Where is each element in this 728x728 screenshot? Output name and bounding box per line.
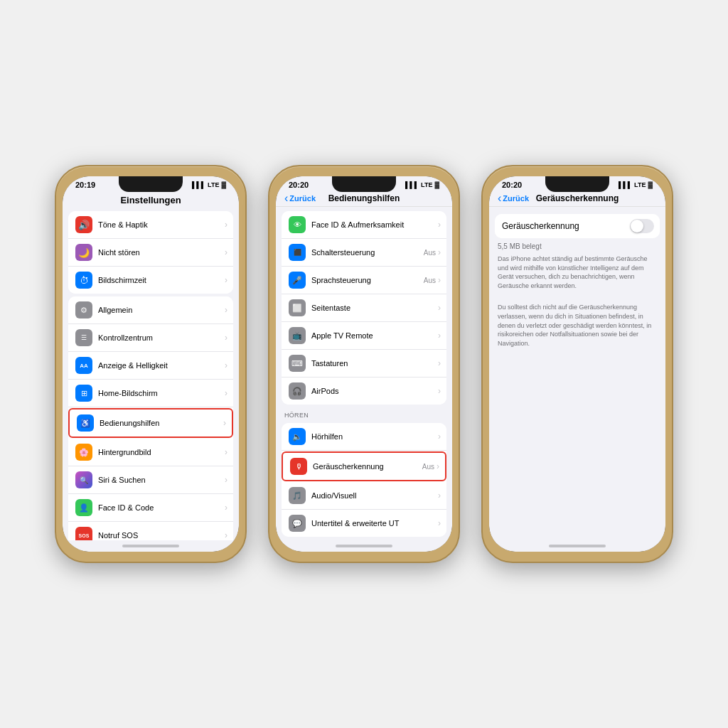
row-kontrollzentrum[interactable]: ☰ Kontrollzentrum › <box>68 324 233 352</box>
row-geraeusch-toggle[interactable]: Geräuscherkennung <box>495 214 660 238</box>
signal-icon-1: ▌▌▌ <box>192 181 205 188</box>
icon-audio: 🎵 <box>289 487 306 504</box>
back-button-2[interactable]: Zurück <box>284 192 316 205</box>
icon-faceid-attn: 👁 <box>289 216 306 233</box>
row-hoerhilfen[interactable]: 🔈 Hörhilfen › <box>282 423 446 451</box>
row-tones[interactable]: 🔊 Töne & Haptik › <box>68 211 233 239</box>
chevron-icon: › <box>223 418 226 428</box>
back-button-3[interactable]: Zurück <box>498 192 529 205</box>
screen-title-1: Einstellungen <box>63 191 239 208</box>
row-airpods[interactable]: 🎧 AirPods › <box>282 378 446 405</box>
chevron-icon: › <box>225 447 228 457</box>
settings-list-2: 👁 Face ID & Aufmerksamkeit › ⬛ Schalters… <box>276 207 452 540</box>
home-indicator-3 <box>549 545 606 547</box>
row-notruf[interactable]: SOS Notruf SOS › <box>68 522 233 540</box>
nav-title-2: Bedienungshilfen <box>328 193 400 203</box>
row-gerausch[interactable]: 🎙 Geräuscherkennung Aus › <box>282 451 446 481</box>
status-icons-3: ▌▌▌ LTE ▓ <box>619 181 653 188</box>
section-group-2-2: 🔈 Hörhilfen › 🎙 Geräuscherkennung Aus › <box>282 423 446 537</box>
section-label-hoeren: HÖREN <box>276 407 452 420</box>
chevron-icon: › <box>438 518 441 528</box>
chevron-icon: › <box>225 333 228 343</box>
row-bedienungshilfen[interactable]: ♿ Bedienungshilfen › <box>68 408 233 438</box>
row-screentime[interactable]: ⏱ Bildschirmzeit › <box>68 267 233 294</box>
time-3: 20:20 <box>502 181 522 189</box>
row-faceid-attn[interactable]: 👁 Face ID & Aufmerksamkeit › <box>282 211 446 239</box>
screen-3: 20:20 ▌▌▌ LTE ▓ Zurück Geräuscherkennung <box>489 176 665 552</box>
icon-display: AA <box>75 357 92 374</box>
nav-title-3: Geräuscherkennung <box>536 193 619 203</box>
geraeusch-content: Geräuscherkennung 5,5 MB belegt Das iPho… <box>489 207 665 540</box>
battery-icon-2: ▓ <box>434 181 439 188</box>
row-sprach[interactable]: 🎤 Sprachsteuerung Aus › <box>282 267 446 294</box>
lte-label-2: LTE <box>421 181 432 188</box>
chevron-icon: › <box>438 275 441 285</box>
chevron-icon: › <box>225 275 228 285</box>
icon-airpods: 🎧 <box>289 382 306 400</box>
icon-screentime: ⏱ <box>75 272 92 289</box>
icon-siri: 🔍 <box>75 471 92 488</box>
row-seiten[interactable]: ⬜ Seitentaste › <box>282 294 446 322</box>
row-untertitel[interactable]: 💬 Untertitel & erweiterte UT › <box>282 510 446 537</box>
chevron-icon: › <box>438 386 441 396</box>
chevron-icon: › <box>225 360 228 370</box>
time-1: 20:19 <box>75 181 95 189</box>
row-appletv[interactable]: 📺 Apple TV Remote › <box>282 322 446 350</box>
row-display[interactable]: AA Anzeige & Helligkeit › <box>68 352 233 380</box>
screen-1: 20:19 ▌▌▌ LTE ▓ Einstellungen 🔊 Töne & H <box>63 176 239 552</box>
battery-icon-1: ▓ <box>221 181 226 188</box>
geraeusch-toggle-group: Geräuscherkennung <box>495 214 660 238</box>
status-icons-1: ▌▌▌ LTE ▓ <box>192 181 226 188</box>
home-indicator-2 <box>336 545 392 547</box>
geraeusch-toggle-label: Geräuscherkennung <box>502 221 630 231</box>
icon-allgemein: ⚙ <box>75 301 92 318</box>
row-donotdisturb[interactable]: 🌙 Nicht stören › <box>68 239 233 267</box>
icon-tastatur: ⌨ <box>289 355 306 372</box>
icon-sprach: 🎤 <box>289 272 306 289</box>
notch-1 <box>119 176 183 192</box>
icon-untertitel: 💬 <box>289 515 306 532</box>
icon-homescreen: ⊞ <box>75 385 92 402</box>
icon-gerausch: 🎙 <box>290 458 307 475</box>
row-homescreen[interactable]: ⊞ Home-Bildschirm › <box>68 380 233 407</box>
chevron-icon: › <box>225 475 228 485</box>
row-allgemein[interactable]: ⚙ Allgemein › <box>68 296 233 324</box>
time-2: 20:20 <box>289 181 309 189</box>
signal-icon-2: ▌▌▌ <box>405 181 419 188</box>
chevron-icon: › <box>438 303 441 313</box>
chevron-icon: › <box>225 220 228 230</box>
icon-seiten: ⬜ <box>289 299 306 316</box>
toggle-geraeusch[interactable] <box>630 219 654 233</box>
nav-bar-3: Zurück Geräuscherkennung <box>489 191 665 207</box>
warning-text: Du solltest dich nicht auf die Geräusche… <box>489 300 665 353</box>
row-siri[interactable]: 🔍 Siri & Suchen › <box>68 466 233 494</box>
chevron-icon: › <box>225 503 228 513</box>
home-bar-3 <box>489 540 665 552</box>
icon-schalter: ⬛ <box>289 244 306 261</box>
scene: 20:19 ▌▌▌ LTE ▓ Einstellungen 🔊 Töne & H <box>0 0 728 728</box>
chevron-icon: › <box>437 461 439 471</box>
row-faceid[interactable]: 👤 Face ID & Code › <box>68 494 233 522</box>
chevron-icon: › <box>225 530 228 540</box>
nav-bar-2: Zurück Bedienungshilfen <box>276 191 452 207</box>
icon-hoerhilfen: 🔈 <box>289 428 306 445</box>
phone-3: 20:20 ▌▌▌ LTE ▓ Zurück Geräuscherkennung <box>481 165 673 563</box>
status-icons-2: ▌▌▌ LTE ▓ <box>405 181 439 188</box>
description-text: Das iPhone achtet ständig auf bestimmte … <box>489 252 665 296</box>
icon-notruf: SOS <box>75 527 92 540</box>
section-group-1-1: 🔊 Töne & Haptik › 🌙 Nicht stören › ⏱ Bil… <box>68 211 233 294</box>
row-hintergrundbild[interactable]: 🌸 Hintergrundbild › <box>68 439 233 466</box>
lte-label-1: LTE <box>208 181 219 188</box>
home-indicator-1 <box>122 545 179 547</box>
row-audio[interactable]: 🎵 Audio/Visuell › <box>282 482 446 510</box>
chevron-icon: › <box>225 247 228 257</box>
chevron-icon: › <box>438 358 441 368</box>
battery-icon-3: ▓ <box>648 181 653 188</box>
row-tastatur[interactable]: ⌨ Tastaturen › <box>282 350 446 378</box>
row-schalter[interactable]: ⬛ Schaltersteuerung Aus › <box>282 239 446 267</box>
notch-2 <box>332 176 396 192</box>
chevron-icon: › <box>438 432 441 441</box>
phone-2: 20:20 ▌▌▌ LTE ▓ Zurück Bedienungshilfen <box>268 165 460 563</box>
notch-3 <box>545 176 609 192</box>
lte-label-3: LTE <box>634 181 646 188</box>
